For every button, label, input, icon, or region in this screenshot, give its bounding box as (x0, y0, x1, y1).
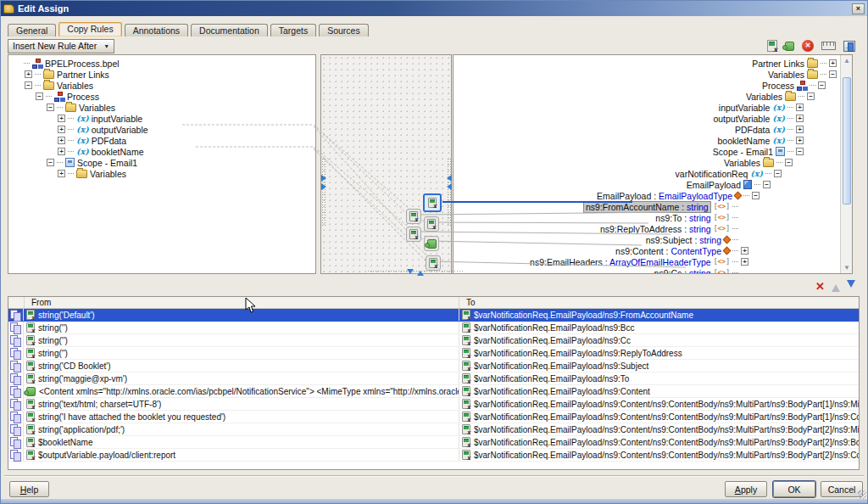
source-tree-item-pdfdata[interactable]: +(x)PDFdata (8, 135, 315, 146)
collapse-icon[interactable]: − (47, 104, 54, 111)
scroll-left-icon[interactable] (443, 183, 452, 190)
target-tree-item-pdfdata[interactable]: PDFdata(x)+ (453, 124, 838, 135)
target-tree-scrollbar[interactable]: ▲ ▼ (840, 55, 852, 273)
canvas-rule-expression-selected[interactable] (423, 193, 442, 212)
canvas-rule-expression[interactable] (426, 255, 441, 271)
target-tree-panel[interactable]: Partner Links+Variables−Process−Variable… (453, 54, 853, 274)
scroll-up-icon[interactable]: ▲ (842, 55, 852, 66)
new-expression-icon[interactable] (767, 40, 777, 52)
collapse-icon[interactable]: − (829, 70, 837, 78)
collapse-icon[interactable]: − (36, 92, 43, 100)
target-tree-item-process[interactable]: Process− (453, 80, 838, 91)
canvas-rule-expression[interactable] (406, 209, 421, 224)
source-tree-panel[interactable]: BPELProcess.bpel+Partner Links−Variables… (8, 54, 316, 274)
expand-icon[interactable]: + (25, 70, 32, 78)
scroll-up-icon[interactable] (417, 267, 424, 276)
target-tree-item-variables[interactable]: Variables− (453, 91, 838, 102)
collapse-icon[interactable]: − (774, 170, 782, 177)
rename-icon[interactable] (821, 42, 836, 50)
source-tree-item-variables[interactable]: −Variables (8, 80, 315, 91)
mapping-canvas[interactable] (320, 54, 452, 274)
copy-rule-row[interactable]: string('Default')$varNotificationReq.Ema… (8, 309, 859, 322)
target-tree-item-bookletname[interactable]: bookletName(x)+ (453, 135, 838, 146)
close-icon[interactable]: × (852, 3, 865, 14)
expand-icon[interactable]: + (58, 137, 65, 144)
canvas-rule-expression[interactable] (406, 227, 421, 242)
source-tree-item-inputvariable[interactable]: +(x)inputVariable (8, 113, 315, 124)
target-tree-item-variables[interactable]: Variables− (453, 69, 838, 80)
copy-rule-row[interactable]: string('CD Booklet')$varNotificationReq.… (8, 360, 859, 372)
tab-copy-rules[interactable]: Copy Rules (58, 22, 121, 36)
title-bar[interactable]: Edit Assign × (1, 1, 867, 16)
source-tree-item-bookletname[interactable]: +(x)bookletName (8, 146, 315, 157)
scroll-right-icon[interactable] (321, 175, 330, 182)
source-tree-item-process[interactable]: −Process (8, 91, 315, 102)
expand-icon[interactable]: + (58, 170, 65, 177)
scroll-left-icon[interactable] (443, 175, 452, 182)
copy-rule-row[interactable]: $outputVariable.payload/client:report$va… (8, 449, 859, 462)
tab-annotations[interactable]: Annotations (125, 24, 188, 36)
help-button[interactable]: Help (9, 481, 49, 497)
cancel-button[interactable]: Cancel (821, 481, 863, 497)
copy-rule-row[interactable]: string('')$varNotificationReq.EmailPaylo… (8, 322, 859, 334)
source-tree-item-scope-email1[interactable]: −Scope - Email1 (8, 157, 315, 168)
copy-rule-row[interactable]: string('application/pdf;')$varNotificati… (8, 423, 859, 436)
expand-icon[interactable]: + (796, 126, 804, 133)
target-tree-item-inputvariable[interactable]: inputVariable(x)+ (453, 102, 838, 113)
target-tree-item-outputvariable[interactable]: outputVariable(x)+ (453, 113, 838, 124)
tab-documentation[interactable]: Documentation (191, 24, 268, 36)
resize-grip[interactable] (858, 490, 866, 499)
tab-general[interactable]: General (8, 24, 56, 36)
target-tree-item-ns9-emailheaders[interactable]: ns9:EmailHeaders : ArrayOfEmailHeaderTyp… (453, 256, 838, 267)
copy-rule-row[interactable]: string('')$varNotificationReq.EmailPaylo… (8, 347, 859, 360)
copy-rule-row[interactable]: string('')$varNotificationReq.EmailPaylo… (8, 334, 859, 347)
scroll-right-icon[interactable] (321, 183, 330, 190)
expand-icon[interactable]: + (741, 247, 748, 255)
target-tree-item-varnotificationreq[interactable]: varNotificationReq(x)− (453, 168, 838, 179)
expand-icon[interactable]: + (741, 258, 748, 266)
to-spec-icon[interactable] (843, 41, 855, 52)
expand-icon[interactable]: + (796, 137, 804, 144)
expand-icon[interactable]: + (829, 59, 837, 67)
tab-sources[interactable]: Sources (319, 24, 369, 36)
target-tree-item-ns9-to[interactable]: ns9:To : string<> (453, 212, 838, 223)
ok-button[interactable]: OK (773, 481, 815, 497)
collapse-icon[interactable]: − (796, 148, 804, 155)
copy-rule-row[interactable]: string('text/html; charset=UTF-8')$varNo… (8, 398, 859, 411)
expand-icon[interactable]: + (58, 148, 65, 155)
source-tree-item-variables[interactable]: +Variables (8, 168, 315, 179)
tab-targets[interactable]: Targets (270, 24, 316, 36)
expand-icon[interactable]: + (58, 126, 65, 133)
scroll-down-icon[interactable] (407, 269, 414, 277)
target-tree-item-emailpayload[interactable]: EmailPayload− (453, 179, 838, 190)
source-tree-item-outputvariable[interactable]: +(x)outputVariable (8, 124, 315, 135)
source-tree-item-bpelprocess-bpel[interactable]: BPELProcess.bpel (8, 58, 315, 69)
collapse-icon[interactable]: − (807, 92, 815, 100)
expand-icon[interactable]: + (58, 115, 65, 122)
delete-rule-icon[interactable] (802, 40, 814, 52)
target-tree-item-scope-email1[interactable]: Scope - Email1− (453, 146, 838, 157)
source-tree-item-partner-links[interactable]: +Partner Links (8, 69, 315, 80)
expand-icon[interactable]: + (796, 104, 804, 111)
copy-rule-row[interactable]: string('maggie@xp-vm')$varNotificationRe… (8, 372, 859, 385)
target-tree-item-ns9-cc[interactable]: ns9:Cc : string<> (453, 267, 838, 274)
delete-icon[interactable]: ✕ (815, 281, 825, 292)
copy-rule-row[interactable]: string('I have attached the booklet you … (8, 411, 859, 423)
canvas-rule-expression[interactable] (424, 216, 439, 232)
move-up-icon[interactable] (832, 280, 840, 292)
source-tree-item-variables[interactable]: −Variables (8, 102, 315, 113)
target-tree-item-ns9-fromaccountname[interactable]: ns9:FromAccountName : string<> (453, 201, 838, 212)
xml-fragment-icon[interactable] (785, 42, 794, 51)
collapse-icon[interactable]: − (785, 159, 793, 166)
collapse-icon[interactable]: − (47, 159, 54, 166)
copy-rule-row[interactable]: <Content xmlns="http://xmlns.oracle.com/… (8, 385, 859, 398)
collapse-icon[interactable]: − (818, 81, 826, 89)
target-tree-item-emailpayload[interactable]: EmailPayload : EmailPayloadType− (453, 190, 838, 201)
scrollbar-thumb[interactable] (843, 77, 851, 204)
canvas-rule-xml-fragment[interactable] (424, 236, 439, 251)
copy-rules-table[interactable]: From To string('Default')$varNotificatio… (8, 296, 860, 470)
scroll-down-icon[interactable]: ▼ (842, 262, 852, 273)
target-tree-item-ns9-content[interactable]: ns9:Content : ContentType+ (453, 245, 838, 256)
collapse-icon[interactable]: − (25, 81, 32, 89)
insert-rule-dropdown[interactable]: Insert New Rule After ▼ (8, 39, 114, 53)
